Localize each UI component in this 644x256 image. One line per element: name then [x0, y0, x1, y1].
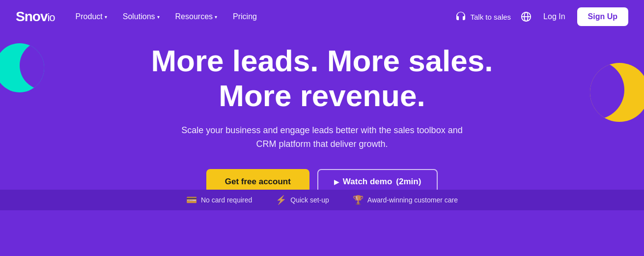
nav-right: Talk to sales Log In Sign Up [449, 7, 628, 27]
watch-demo-label: Watch demo [343, 177, 392, 187]
logo-io: io [47, 11, 55, 24]
trust-label-1: No card required [201, 196, 252, 204]
hero-title: More leads. More sales. More revenue. [151, 43, 493, 114]
nav-resources-label: Resources [175, 12, 213, 21]
hero-title-line1: More leads. More sales. [151, 44, 493, 78]
decorative-shape-right [590, 63, 644, 122]
trust-label-3: Award-winning customer care [367, 196, 458, 204]
nav-resources[interactable]: Resources ▾ [168, 8, 224, 25]
trust-item-2: ⚡ Quick set-up [276, 195, 329, 205]
login-button[interactable]: Log In [535, 8, 573, 25]
navbar: Snovio Product ▾ Solutions ▾ Resources ▾… [0, 0, 644, 33]
hero-title-line2: More revenue. [219, 79, 425, 113]
chevron-down-icon: ▾ [157, 14, 160, 20]
chevron-down-icon: ▾ [215, 14, 217, 20]
globe-icon[interactable] [521, 11, 532, 22]
setup-icon: ⚡ [276, 195, 286, 205]
signup-button[interactable]: Sign Up [577, 7, 628, 26]
talk-to-sales-label: Talk to sales [471, 13, 511, 21]
logo-snov: Snov [16, 9, 47, 24]
decorative-shape-left [0, 43, 44, 92]
nav-product[interactable]: Product ▾ [69, 8, 114, 25]
hero-subtitle: Scale your business and engage leads bet… [175, 123, 470, 152]
nav-product-label: Product [76, 12, 103, 21]
nav-left: Snovio Product ▾ Solutions ▾ Resources ▾… [16, 8, 264, 25]
trust-item-1: 💳 No card required [186, 195, 252, 205]
play-icon: ▶ [334, 178, 339, 186]
chevron-down-icon: ▾ [105, 14, 107, 20]
nav-pricing[interactable]: Pricing [226, 8, 264, 25]
headphone-icon [455, 11, 467, 23]
card-icon: 💳 [186, 195, 197, 205]
trust-bar: 💳 No card required ⚡ Quick set-up 🏆 Awar… [0, 190, 644, 210]
trust-item-3: 🏆 Award-winning customer care [353, 195, 458, 205]
nav-pricing-label: Pricing [233, 12, 257, 21]
logo[interactable]: Snovio [16, 9, 55, 25]
hero-section: More leads. More sales. More revenue. Sc… [0, 33, 644, 210]
nav-solutions-label: Solutions [123, 12, 155, 21]
talk-to-sales-button[interactable]: Talk to sales [449, 7, 517, 27]
watch-demo-duration: (2min) [396, 177, 421, 187]
nav-center: Product ▾ Solutions ▾ Resources ▾ Pricin… [69, 8, 264, 25]
trust-label-2: Quick set-up [290, 196, 329, 204]
award-icon: 🏆 [353, 195, 364, 205]
nav-solutions[interactable]: Solutions ▾ [116, 8, 167, 25]
